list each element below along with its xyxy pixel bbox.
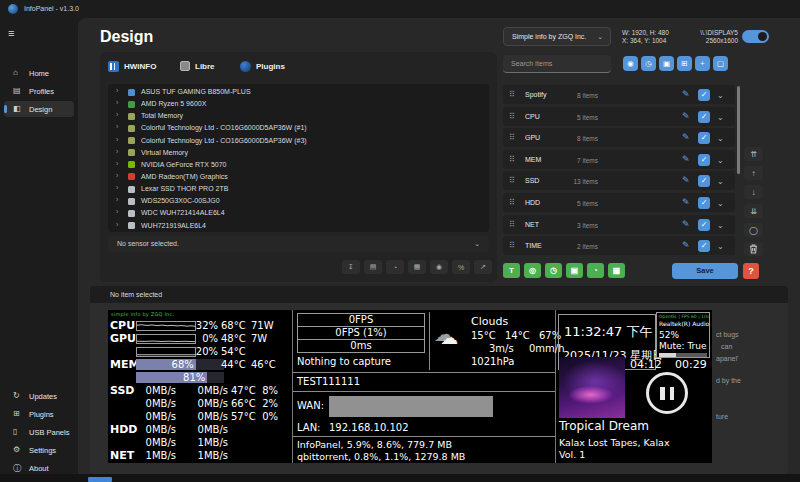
group-checkbox[interactable]: ✓ — [698, 154, 710, 166]
tree-item-disk[interactable]: › WDC WUH721414ALE6L4 — [114, 207, 483, 219]
move-top-button[interactable]: ⇈ — [744, 147, 763, 161]
tab-plugins[interactable]: Plugins — [240, 58, 285, 74]
group-checkbox[interactable]: ✓ — [698, 197, 710, 209]
chevron-down-icon[interactable]: ⌄ — [717, 156, 724, 165]
preview-toggle-button[interactable]: ◉ — [623, 56, 638, 71]
audio-block[interactable]: OpenGL | FPS 60 | 1ms Realtek(R) Audio 5… — [656, 312, 710, 358]
wan-label[interactable]: WAN: — [297, 400, 324, 411]
edit-icon[interactable]: ✎ — [682, 197, 690, 207]
add-gauge-button[interactable]: ◔ — [587, 263, 604, 278]
duplicate-button[interactable]: ◯ — [744, 223, 763, 237]
tree-item-motherboard[interactable]: › ASUS TUF GAMING B850M-PLUS — [114, 86, 483, 98]
group-checkbox[interactable]: ✓ — [698, 175, 710, 187]
sensor-info-button[interactable]: ◉ — [430, 260, 448, 274]
add-sensor-button[interactable]: ◎ — [524, 263, 541, 278]
process-stat-2[interactable]: qbittorrent, 0.8%, 1.1%, 1279.8 MB — [297, 451, 465, 462]
item-group-time[interactable]: ⠿ TIME 2 items ✎ ✓ ⌄ — [503, 236, 735, 255]
stat-row-ssd2[interactable]: 0MB/s 0MB/s 66°C 2% — [108, 397, 292, 410]
edit-icon[interactable]: ✎ — [682, 154, 690, 164]
tree-item-memory[interactable]: › Colorful Technology Ltd - CO16G6000D5A… — [114, 135, 483, 147]
snapshot-tool-button[interactable]: ▢ — [713, 56, 728, 71]
add-text-button[interactable]: T — [503, 263, 520, 278]
stat-row-ssd3[interactable]: 0MB/s 0MB/s 57°C 0% — [108, 410, 292, 423]
chevron-down-icon[interactable]: ⌄ — [717, 177, 724, 186]
move-tool-button[interactable]: + — [695, 56, 710, 71]
stat-row-hdd[interactable]: HDD 0MB/s 0MB/s — [108, 423, 292, 436]
chevron-down-icon[interactable]: ⌄ — [717, 221, 724, 230]
edit-icon[interactable]: ✎ — [682, 132, 690, 142]
group-checkbox[interactable]: ✓ — [698, 240, 710, 252]
sidebar-item-plugins[interactable]: ⊞ Plugins — [4, 406, 74, 422]
tree-item-memory[interactable]: › Virtual Memory — [114, 147, 483, 159]
pause-button[interactable] — [646, 372, 688, 414]
image-tool-button[interactable]: ▣ — [659, 56, 674, 71]
sensor-select-dropdown[interactable]: No sensor selected. ⌄ — [108, 236, 489, 252]
item-group-hdd[interactable]: ⠿ HDD 5 items ✎ ✓ ⌄ — [503, 193, 735, 212]
tree-item-disk[interactable]: › WUH721919ALE6L4 — [114, 220, 483, 232]
item-group-ssd[interactable]: ⠿ SSD 13 items ✎ ✓ ⌄ — [503, 171, 735, 190]
stat-row-mem2[interactable]: 81% — [108, 371, 292, 384]
drag-handle-icon[interactable]: ⠿ — [509, 176, 515, 185]
clock-tool-button[interactable]: ◷ — [641, 56, 656, 71]
wifi-ssid[interactable]: TEST111111 — [297, 376, 360, 387]
item-group-mem[interactable]: ⠿ MEM 7 items ✎ ✓ ⌄ — [503, 150, 735, 169]
edit-icon[interactable]: ✎ — [682, 111, 690, 121]
tree-item-disk[interactable]: › Lexar SSD THOR PRO 2TB — [114, 183, 483, 195]
sidebar-item-design[interactable]: ◧ Design — [4, 101, 74, 117]
groups-scrollbar[interactable] — [737, 86, 740, 174]
chevron-down-icon[interactable]: ⌄ — [717, 199, 724, 208]
tree-item-gpu[interactable]: › NVIDIA GeForce RTX 5070 — [114, 159, 483, 171]
process-stat-1[interactable]: InfoPanel, 5.9%, 8.6%, 779.7 MB — [297, 439, 452, 450]
lan-label[interactable]: LAN: — [297, 422, 321, 433]
sensor-history-button[interactable]: ◔ — [386, 260, 404, 274]
stat-row-net[interactable]: NET 1MB/s 1MB/s — [108, 449, 292, 462]
group-checkbox[interactable]: ✓ — [698, 89, 710, 101]
group-checkbox[interactable]: ✓ — [698, 219, 710, 231]
taskbar-item[interactable] — [88, 477, 112, 482]
item-group-spotify[interactable]: ⠿ Spotify 8 items ✎ ✓ ⌄ — [503, 85, 735, 104]
drag-handle-icon[interactable]: ⠿ — [509, 90, 515, 99]
add-clock-button[interactable]: ◷ — [545, 263, 562, 278]
edit-icon[interactable]: ✎ — [682, 219, 690, 229]
tab-libre[interactable]: Libre — [180, 58, 215, 74]
chevron-down-icon[interactable]: ⌄ — [717, 91, 724, 100]
item-group-gpu[interactable]: ⠿ GPU 8 items ✎ ✓ ⌄ — [503, 128, 735, 147]
album-art[interactable] — [559, 357, 625, 418]
profile-select-dropdown[interactable]: Simple info by ZGQ Inc. ⌄ — [503, 27, 611, 46]
tree-item-cpu[interactable]: › AMD Ryzen 5 9600X — [114, 98, 483, 110]
drag-handle-icon[interactable]: ⠿ — [509, 198, 515, 207]
help-button[interactable]: ? — [743, 263, 759, 279]
sidebar-item-home[interactable]: ⌂ Home — [4, 65, 74, 81]
drag-handle-icon[interactable]: ⠿ — [509, 112, 515, 121]
sidebar-item-usb-panels[interactable]: ▯ USB Panels — [4, 424, 74, 440]
sensor-percent-button[interactable]: % — [452, 260, 470, 274]
add-table-button[interactable]: ▦ — [608, 263, 625, 278]
drag-handle-icon[interactable]: ⠿ — [509, 133, 515, 142]
save-button[interactable]: Save — [672, 263, 738, 279]
add-panel-button[interactable]: ⊞ — [677, 56, 692, 71]
tree-item-memory[interactable]: › Total Memory — [114, 110, 483, 122]
sensor-table-button[interactable]: ▦ — [408, 260, 426, 274]
panel-preview-canvas[interactable]: simple info by ZGQ Inc. CPU 32% 68°C 71W… — [108, 310, 712, 463]
delete-button[interactable] — [744, 242, 763, 256]
move-bottom-button[interactable]: ⇊ — [744, 204, 763, 218]
chevron-down-icon[interactable]: ⌄ — [717, 134, 724, 143]
tree-item-gpu[interactable]: › AMD Radeon(TM) Graphics — [114, 171, 483, 183]
move-down-button[interactable]: ↓ — [744, 185, 763, 199]
add-image-button[interactable]: ▣ — [566, 263, 583, 278]
sidebar-item-settings[interactable]: ⚙ Settings — [4, 442, 74, 458]
display-toggle[interactable] — [742, 30, 769, 43]
stat-row-mem[interactable]: MEM 68% 44°C 46°C — [108, 358, 292, 371]
sensor-list-button[interactable]: ▤ — [364, 260, 382, 274]
tab-hwinfo[interactable]: HWiNFO — [108, 58, 156, 74]
tree-item-disk[interactable]: › WDS250G3X0C-00SJG0 — [114, 195, 483, 207]
sidebar-item-updates[interactable]: ↻ Updates — [4, 388, 74, 404]
stat-row-gpu2[interactable]: 20% 54°C — [108, 345, 292, 358]
drag-handle-icon[interactable]: ⠿ — [509, 220, 515, 229]
edit-icon[interactable]: ✎ — [682, 175, 690, 185]
stat-row-cpu[interactable]: CPU 32% 68°C 71W — [108, 319, 292, 332]
stat-row-gpu[interactable]: GPU 0% 48°C 7W — [108, 332, 292, 345]
chevron-down-icon[interactable]: ⌄ — [717, 242, 724, 251]
item-group-cpu[interactable]: ⠿ CPU 5 items ✎ ✓ ⌄ — [503, 107, 735, 126]
sensor-pin-button[interactable]: ↧ — [342, 260, 360, 274]
